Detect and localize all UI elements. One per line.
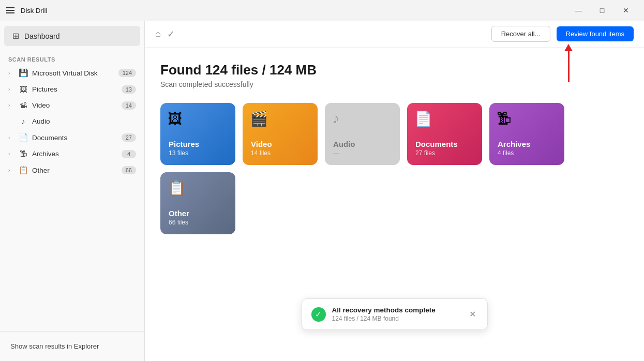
sidebar-item-archives[interactable]: ›🗜Archives4 [0,146,144,162]
found-subtitle: Scan completed successfully [160,80,628,88]
sidebar-nav: ⊞ Dashboard [0,21,144,51]
sidebar-item-video[interactable]: ›📽Video14 [0,97,144,113]
toast-close-button[interactable]: ✕ [467,307,478,321]
window-controls: — □ ✕ [566,2,638,19]
pictures-card-count: 13 files [169,149,227,157]
found-title: Found 124 files / 124 MB [160,62,628,78]
sidebar-label-archives: Archives [32,150,117,158]
maximize-button[interactable]: □ [590,2,614,19]
audio-card-icon: ♪ [332,110,339,127]
sidebar-tree: ›💾Microsoft Virtual Disk124›🖼Pictures13›… [0,65,144,178]
pictures-card-icon: 🖼 [168,110,182,127]
chevron-icon-archives: › [8,151,14,157]
card-video[interactable]: 🎬Video14 files [243,103,318,165]
minimize-button[interactable]: — [566,2,590,19]
toast-title: All recovery methods complete [332,306,461,314]
sidebar-badge-pictures: 13 [122,85,136,94]
sidebar-dashboard-label: Dashboard [24,32,60,40]
toast-subtitle: 124 files / 124 MB found [332,315,461,322]
titlebar: Disk Drill — □ ✕ [0,0,644,21]
chevron-icon-video: › [8,102,14,108]
video-icon: 📽 [19,101,28,110]
arrow-indicator [564,44,573,82]
audio-card-count: — [333,149,392,157]
card-documents[interactable]: 📄Documents27 files [407,103,482,165]
home-icon[interactable]: ⌂ [155,28,161,39]
archives-card-label: Archives [498,140,556,148]
microsoft-virtual-disk-icon: 💾 [19,68,28,78]
toast-text: All recovery methods complete 124 files … [332,306,461,322]
arrow-head [564,44,573,51]
video-card-label: Video [251,140,309,148]
app-body: ⊞ Dashboard Scan results ›💾Microsoft Vir… [0,21,644,361]
app-title: Disk Drill [21,7,47,14]
sidebar-label-other: Other [32,167,117,174]
audio-icon: ♪ [19,117,28,126]
other-card-label: Other [169,209,227,218]
sidebar-label-pictures: Pictures [32,85,117,93]
documents-icon: 📄 [19,133,28,142]
recover-all-button[interactable]: Recover all... [491,26,550,42]
documents-card-label: Documents [415,140,474,148]
sidebar-item-pictures[interactable]: ›🖼Pictures13 [0,81,144,97]
sidebar-label-microsoft-virtual-disk: Microsoft Virtual Disk [32,69,114,77]
chevron-icon-documents: › [8,135,14,141]
close-button[interactable]: ✕ [614,2,638,19]
documents-card-icon: 📄 [414,110,432,127]
card-pictures[interactable]: 🖼Pictures13 files [160,103,235,165]
review-found-items-button[interactable]: Review found items [557,26,634,41]
menu-button[interactable] [6,7,14,13]
other-icon: 📋 [19,166,28,175]
other-card-count: 66 files [169,219,227,226]
show-scan-results-btn[interactable]: Show scan results in Explorer [4,338,140,355]
archives-icon: 🗜 [19,149,28,158]
sidebar-item-microsoft-virtual-disk[interactable]: ›💾Microsoft Virtual Disk124 [0,65,144,81]
chevron-icon-pictures: › [8,86,14,92]
chevron-icon-microsoft-virtual-disk: › [8,70,14,76]
sidebar-item-audio[interactable]: ♪Audio [0,113,144,129]
sidebar-label-audio: Audio [32,117,136,125]
sidebar-item-documents[interactable]: ›📄Documents27 [0,129,144,146]
sidebar-label-documents: Documents [32,134,117,142]
archives-card-count: 4 files [498,149,556,157]
sidebar-badge-video: 14 [122,101,136,110]
pictures-icon: 🖼 [19,85,28,94]
card-archives[interactable]: 🗜Archives4 files [489,103,564,165]
sidebar-item-other[interactable]: ›📋Other66 [0,162,144,178]
chevron-icon-other: › [8,168,14,173]
dashboard-icon: ⊞ [12,31,19,41]
sidebar-footer: Show scan results in Explorer [0,331,144,361]
archives-card-icon: 🗜 [497,110,511,127]
sidebar: ⊞ Dashboard Scan results ›💾Microsoft Vir… [0,21,145,361]
toast-check-icon: ✓ [311,307,326,322]
sidebar-item-dashboard[interactable]: ⊞ Dashboard [4,26,140,46]
documents-card-count: 27 files [415,149,474,157]
main-content: ⌂ ✓ Recover all... Review found items Fo… [145,21,644,361]
audio-card-label: Audio [333,140,392,148]
pictures-card-label: Pictures [169,140,227,148]
sidebar-badge-documents: 27 [122,133,136,142]
video-card-icon: 🎬 [250,110,268,127]
arrow-shaft [568,51,570,82]
scan-results-label: Scan results [0,51,144,65]
sidebar-badge-archives: 4 [122,150,136,158]
sidebar-badge-other: 66 [122,166,136,174]
category-cards-row: 🖼Pictures13 files🎬Video14 files♪Audio—📄D… [160,103,628,234]
other-card-icon: 📋 [168,179,186,197]
sidebar-badge-microsoft-virtual-disk: 124 [118,69,136,77]
card-audio[interactable]: ♪Audio— [325,103,400,165]
card-other[interactable]: 📋Other66 files [160,172,235,234]
status-icon: ✓ [167,28,175,40]
toast-notification: ✓ All recovery methods complete 124 file… [302,298,488,330]
sidebar-label-video: Video [32,101,117,109]
video-card-count: 14 files [251,149,309,157]
